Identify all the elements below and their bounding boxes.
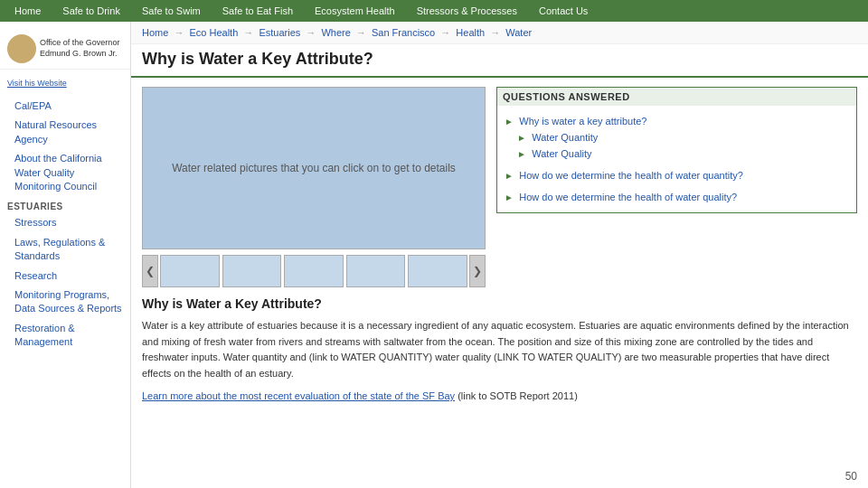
- breadcrumb-arrow-1: →: [174, 27, 184, 38]
- sidebar-link-restoration[interactable]: Restoration & Management: [0, 319, 130, 352]
- sidebar-link-monitoring[interactable]: Monitoring Programs, Data Sources & Repo…: [0, 286, 130, 319]
- q-link-1[interactable]: How do we determine the health of water …: [519, 170, 743, 181]
- estuaries-section-label: ESTUARIES: [0, 196, 130, 213]
- breadcrumb-estuaries[interactable]: Estuaries: [259, 27, 300, 38]
- learn-more-link[interactable]: Learn more about the most recent evaluat…: [142, 390, 455, 401]
- lower-section-title: Why is Water a Key Attribute?: [142, 296, 857, 311]
- q-link-sub-0[interactable]: Water Quantity: [532, 132, 598, 143]
- image-column: Water related pictures that you can clic…: [142, 87, 486, 287]
- breadcrumb-arrow-3: →: [306, 27, 316, 38]
- thumb-3[interactable]: [284, 255, 344, 287]
- q-item-2: ► How do we determine the health of wate…: [505, 189, 849, 205]
- breadcrumb-home[interactable]: Home: [142, 27, 168, 38]
- visit-website-link[interactable]: Visit his Website: [0, 77, 130, 89]
- breadcrumb-arrow-5: →: [440, 27, 450, 38]
- breadcrumb: Home → Eco Health → Estuaries → Where → …: [131, 22, 868, 44]
- sidebar-link-stressors[interactable]: Stressors: [0, 213, 130, 232]
- content-area: Home → Eco Health → Estuaries → Where → …: [131, 22, 868, 488]
- main-layout: Office of the Governor Edmund G. Brown J…: [0, 22, 868, 488]
- sidebar-link-council[interactable]: About the California Water Quality Monit…: [0, 149, 130, 196]
- breadcrumb-arrow-2: →: [243, 27, 253, 38]
- thumbnail-images: [160, 255, 467, 287]
- page-number: 50: [845, 470, 857, 483]
- breadcrumb-health[interactable]: Health: [456, 27, 485, 38]
- page-title: Why is Water a Key Attribute?: [142, 50, 857, 69]
- breadcrumb-sf[interactable]: San Francisco: [372, 27, 435, 38]
- sidebar-link-laws[interactable]: Laws, Regulations & Standards: [0, 233, 130, 267]
- sidebar-link-resources[interactable]: Natural Resources Agency: [0, 116, 130, 149]
- nav-safe-fish[interactable]: Safe to Eat Fish: [212, 0, 304, 22]
- governor-avatar: [7, 34, 36, 63]
- q-link-0[interactable]: Why is water a key attribute?: [519, 116, 646, 127]
- sidebar: Office of the Governor Edmund G. Brown J…: [0, 22, 131, 488]
- q-item-0: ► Why is water a key attribute?: [505, 113, 849, 129]
- nav-contact[interactable]: Contact Us: [528, 0, 599, 22]
- q-link-sub-1[interactable]: Water Quality: [532, 148, 591, 159]
- thumb-1[interactable]: [160, 255, 220, 287]
- sidebar-link-calepa[interactable]: Cal/EPA: [0, 97, 130, 116]
- content-body: Water related pictures that you can clic…: [131, 78, 868, 296]
- questions-column: QUESTIONS ANSWERED ► Why is water a key …: [496, 87, 857, 287]
- governor-name: Office of the Governor Edmund G. Brown J…: [40, 38, 123, 59]
- thumb-4[interactable]: [346, 255, 406, 287]
- breadcrumb-arrow-4: →: [356, 27, 366, 38]
- thumb-prev-arrow[interactable]: ❮: [142, 255, 158, 287]
- top-nav: Home Safe to Drink Safe to Swim Safe to …: [0, 0, 868, 22]
- breadcrumb-eco-health[interactable]: Eco Health: [189, 27, 238, 38]
- page-title-bar: Why is Water a Key Attribute?: [131, 44, 868, 78]
- q-item-1: ► How do we determine the health of wate…: [505, 167, 849, 183]
- nav-home[interactable]: Home: [4, 0, 52, 22]
- questions-header: QUESTIONS ANSWERED: [497, 88, 856, 106]
- main-image[interactable]: Water related pictures that you can clic…: [142, 87, 486, 249]
- body-paragraph: Water is a key attribute of estuaries be…: [142, 318, 857, 381]
- learn-more-suffix: (link to SOTB Report 2011): [455, 390, 578, 401]
- q-sub-0: ► Water Quantity: [505, 129, 849, 145]
- sidebar-logo: Office of the Governor Edmund G. Brown J…: [0, 29, 130, 70]
- breadcrumb-where[interactable]: Where: [321, 27, 350, 38]
- sidebar-link-research[interactable]: Research: [0, 267, 130, 286]
- thumbnail-strip: ❮ ❯: [142, 255, 486, 287]
- nav-ecosystem[interactable]: Ecosystem Health: [304, 0, 406, 22]
- q-arrow-2: ►: [505, 192, 514, 202]
- questions-box: QUESTIONS ANSWERED ► Why is water a key …: [496, 87, 857, 213]
- thumb-next-arrow[interactable]: ❯: [469, 255, 486, 287]
- q-arrow-0: ►: [505, 117, 514, 127]
- q-arrow-sub-0: ►: [517, 133, 526, 143]
- nav-stressors[interactable]: Stressors & Processes: [406, 0, 528, 22]
- thumb-2[interactable]: [222, 255, 282, 287]
- thumb-5[interactable]: [408, 255, 467, 287]
- nav-safe-drink[interactable]: Safe to Drink: [52, 0, 131, 22]
- q-link-2[interactable]: How do we determine the health of water …: [519, 192, 737, 202]
- q-arrow-1: ►: [505, 171, 514, 181]
- q-arrow-sub-1: ►: [517, 149, 526, 159]
- q-sub-1: ► Water Quality: [505, 145, 849, 162]
- nav-safe-swim[interactable]: Safe to Swim: [131, 0, 212, 22]
- learn-more-paragraph: Learn more about the most recent evaluat…: [142, 389, 857, 405]
- breadcrumb-arrow-6: →: [490, 27, 500, 38]
- breadcrumb-water[interactable]: Water: [505, 27, 532, 38]
- lower-content: Why is Water a Key Attribute? Water is a…: [131, 296, 868, 421]
